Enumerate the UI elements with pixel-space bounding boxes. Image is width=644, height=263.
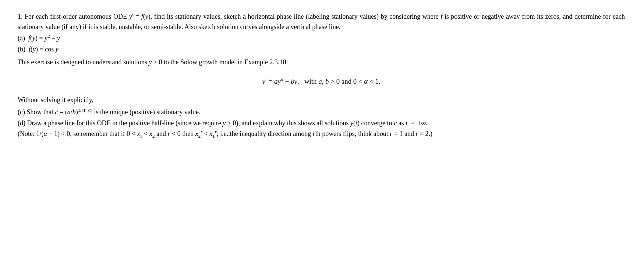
part-a: (a) f(y) = y2 − y — [18, 33, 625, 44]
problem-intro: 1. For each first-order autonomous ODE y… — [18, 12, 625, 32]
part-note: (Note: 1/(α − 1) < 0, so remember that i… — [18, 129, 625, 139]
exercise-note: This exercise is designed to understand … — [18, 57, 625, 68]
part-b: (b) f(y) = cos y — [18, 44, 625, 55]
without-solving-label: Without solving it explicitly, — [18, 95, 625, 105]
part-d: (d) Draw a phase line for this ODE in th… — [18, 118, 625, 129]
problem-number: 1. — [18, 13, 23, 20]
main-content: 1. For each first-order autonomous ODE y… — [18, 12, 625, 139]
part-c: (c) Show that c = (a/b)1/(1−α) is the un… — [18, 107, 625, 118]
centered-equation: y′ = ayα − by, with a, b > 0 and 0 < α <… — [18, 76, 625, 87]
